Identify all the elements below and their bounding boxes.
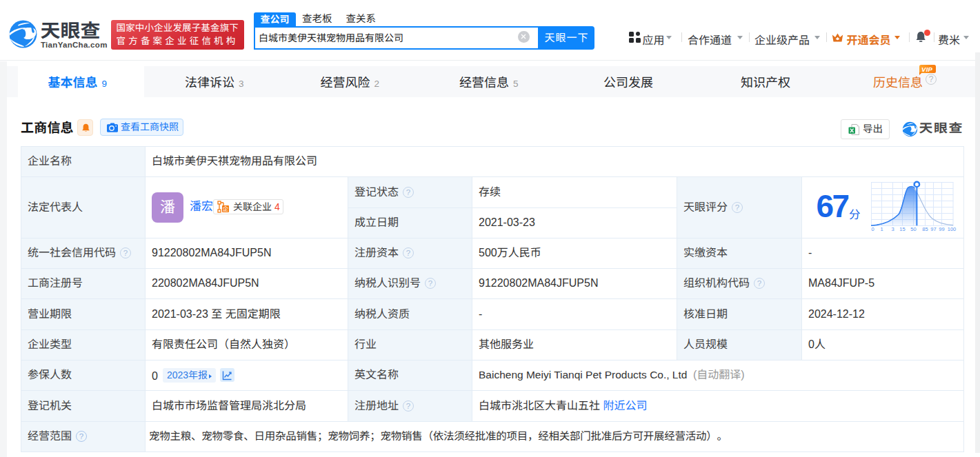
svg-text:50: 50: [910, 226, 916, 232]
svg-text:1: 1: [880, 226, 883, 232]
svg-text:3: 3: [891, 226, 894, 232]
svg-text:0: 0: [871, 226, 874, 232]
svg-text:100: 100: [948, 226, 957, 232]
svg-text:15: 15: [899, 226, 905, 232]
svg-text:97: 97: [930, 226, 936, 232]
svg-text:99: 99: [939, 226, 944, 232]
svg-text:85: 85: [922, 226, 928, 232]
